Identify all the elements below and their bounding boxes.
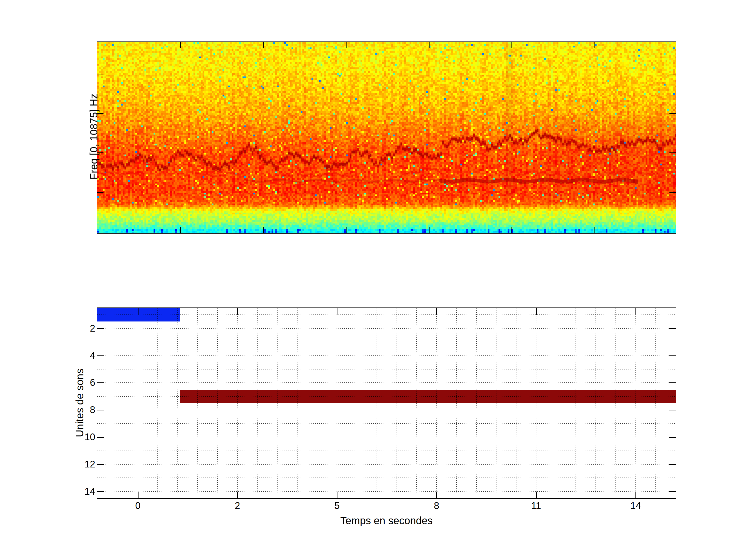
gridline-vertical (317, 308, 317, 498)
activity-y-tick (97, 382, 104, 383)
activity-y-tick (97, 410, 104, 410)
spectrogram-y-tick (669, 113, 676, 114)
x-tick-label: 0 (135, 500, 140, 511)
spectrogram-x-tick (429, 42, 430, 48)
gridline-horizontal (97, 410, 676, 410)
activity-y-tick (97, 328, 104, 329)
y-tick-label: 8 (38, 404, 95, 415)
activity-y-tick (669, 464, 676, 465)
activity-x-tick (436, 308, 437, 315)
activity-y-tick (97, 464, 104, 465)
gridline-vertical (575, 308, 576, 498)
gridline-vertical (357, 308, 357, 498)
activity-x-tick (636, 491, 636, 498)
gridline-horizontal (97, 437, 676, 437)
spectrogram-x-tick (594, 227, 595, 233)
spectrogram-x-tick (346, 227, 346, 233)
gridline-horizontal (97, 328, 676, 329)
gridline-horizontal (97, 464, 676, 464)
spectrogram-x-tick (263, 227, 264, 233)
activity-y-tick (669, 410, 676, 410)
gridline-vertical (476, 308, 477, 498)
y-tick-label: 6 (38, 377, 95, 388)
gridline-horizontal (97, 451, 676, 451)
spectrogram-x-tick (180, 42, 181, 48)
activity-xlabel: Temps en secondes (340, 515, 433, 527)
spectrogram-ylabel: Freq [0, 10875] Hz (88, 94, 100, 179)
gridline-vertical (436, 308, 437, 498)
activity-y-tick (97, 437, 104, 437)
gridline-vertical (197, 308, 198, 498)
spectrogram-y-tick (669, 192, 676, 193)
y-tick-label: 14 (38, 486, 95, 497)
spectrogram-y-tick (669, 74, 676, 74)
activity-x-tick (536, 308, 537, 315)
gridline-horizontal (97, 342, 676, 342)
x-tick-label: 5 (334, 500, 340, 511)
spectrogram-x-tick (429, 227, 430, 233)
gridline-horizontal (97, 396, 676, 397)
gridline-horizontal (97, 491, 676, 492)
activity-x-tick (636, 308, 636, 315)
gridline-vertical (297, 308, 298, 498)
gridline-vertical (337, 308, 337, 498)
activity-x-tick (237, 308, 238, 315)
gridline-vertical (536, 308, 536, 498)
x-tick-label: 11 (531, 500, 541, 511)
spectrogram-x-tick (346, 42, 346, 48)
matlab-figure: Freq [0, 10875] Hz 02581114 2468101214 T… (0, 0, 747, 560)
gridline-vertical (177, 308, 178, 498)
spectrogram-x-tick (263, 42, 264, 48)
y-tick-label: 10 (38, 432, 95, 443)
gridline-vertical (257, 308, 258, 498)
activity-x-tick (337, 491, 337, 498)
activity-y-tick (669, 355, 676, 356)
activity-ylabel: Unites de sons (74, 369, 85, 437)
spectrogram-x-tick (512, 227, 512, 233)
gridline-horizontal (97, 423, 676, 424)
activity-x-tick (237, 491, 238, 498)
spectrogram-x-tick (594, 42, 595, 48)
gridline-vertical (377, 308, 377, 498)
gridline-vertical (556, 308, 556, 498)
gridline-vertical (595, 308, 596, 498)
activity-y-tick (669, 491, 676, 492)
gridline-vertical (416, 308, 417, 498)
spectrogram-y-tick (97, 74, 103, 74)
gridline-vertical (237, 308, 238, 498)
x-tick-label: 2 (235, 500, 240, 511)
gridline-vertical (655, 308, 656, 498)
gridline-vertical (138, 308, 138, 498)
spectrogram-plot (97, 42, 676, 234)
gridline-horizontal (97, 382, 676, 383)
spectrogram-x-tick (512, 42, 512, 48)
activity-x-tick (138, 308, 138, 315)
activity-y-tick (97, 355, 104, 356)
activity-x-tick (536, 491, 537, 498)
spectrogram-image (97, 42, 676, 233)
activity-y-tick (669, 328, 676, 329)
activity-plot (97, 308, 676, 499)
activity-y-tick (669, 382, 676, 383)
gridline-horizontal (97, 369, 676, 369)
activity-x-tick (337, 308, 337, 315)
y-tick-label: 12 (38, 459, 95, 470)
activity-y-tick (669, 437, 676, 437)
activity-x-tick (138, 491, 138, 498)
gridline-vertical (496, 308, 496, 498)
gridline-vertical (217, 308, 218, 498)
x-tick-label: 8 (434, 500, 439, 511)
x-tick-label: 14 (630, 500, 641, 511)
spectrogram-y-tick (97, 192, 103, 193)
gridline-horizontal (97, 478, 676, 478)
gridline-vertical (157, 308, 158, 498)
gridline-vertical (277, 308, 278, 498)
gridline-vertical (636, 308, 636, 498)
y-tick-label: 4 (38, 350, 95, 361)
gridline-horizontal (97, 355, 676, 356)
activity-y-tick (97, 491, 104, 492)
gridline-vertical (118, 308, 118, 498)
gridline-horizontal (97, 315, 676, 315)
gridline-vertical (516, 308, 516, 498)
gridline-vertical (456, 308, 457, 498)
